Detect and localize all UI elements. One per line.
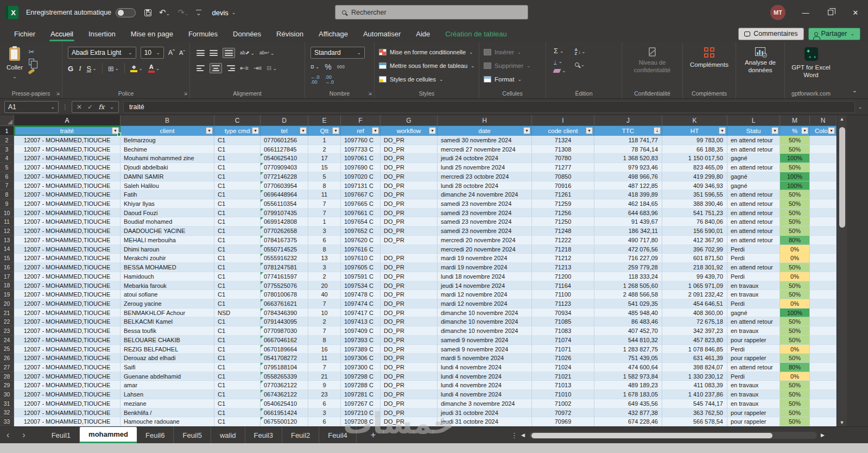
- cell[interactable]: 396 702,99: [662, 245, 727, 254]
- cell[interactable]: [381, 245, 438, 254]
- find-select-button[interactable]: ⌄: [575, 62, 586, 67]
- tab-donn-es[interactable]: Données: [225, 25, 269, 42]
- cell[interactable]: 487 122,85: [594, 181, 662, 191]
- thousands-format-icon[interactable]: 000: [337, 64, 345, 70]
- add-sheet-button[interactable]: +: [371, 430, 376, 440]
- row-header-8[interactable]: 8: [0, 190, 14, 199]
- font-name-select[interactable]: Abadi Extra Light⌄: [68, 47, 136, 59]
- cell[interactable]: mardi 12 novembre 2024: [438, 290, 532, 299]
- cell[interactable]: Mouhami mohammed zine: [121, 154, 214, 163]
- cell[interactable]: C1: [214, 399, 261, 408]
- orientation-icon[interactable]: ab⬈⌄: [240, 51, 255, 56]
- cell[interactable]: dimanche 10 novembre 2024: [438, 317, 532, 326]
- cell[interactable]: dimanche 10 novembre 2024: [438, 309, 532, 318]
- row-header-16[interactable]: 16: [0, 263, 14, 272]
- cell[interactable]: 0661951424: [261, 408, 308, 418]
- cell[interactable]: 1097288 C: [341, 381, 381, 390]
- cell[interactable]: 12007 - MOHAMMED,TIOUCHE: [14, 326, 121, 336]
- cell[interactable]: 50%: [780, 226, 810, 236]
- header-cell[interactable]: client▾: [121, 126, 214, 136]
- cell[interactable]: 66 188,35: [662, 145, 727, 154]
- cell[interactable]: DO_PR: [381, 209, 438, 218]
- cell[interactable]: 71083: [532, 326, 594, 336]
- bold-button[interactable]: G: [68, 65, 73, 73]
- cell[interactable]: 1097417 C: [341, 309, 381, 318]
- filter-button[interactable]: ▾: [586, 127, 593, 134]
- enter-icon[interactable]: ✓: [87, 103, 93, 111]
- cell[interactable]: 1097413 C: [341, 317, 381, 326]
- cell[interactable]: Benkhlifa /: [121, 408, 214, 418]
- header-cell[interactable]: workflow▾: [381, 126, 438, 136]
- cell[interactable]: mercredi 23 octobre 2024: [438, 172, 532, 181]
- cell[interactable]: [810, 172, 837, 181]
- row-header-22[interactable]: 22: [0, 317, 14, 326]
- column-header-E[interactable]: E: [308, 115, 341, 126]
- cell[interactable]: 0%: [780, 372, 810, 381]
- cell[interactable]: DO_PR: [381, 372, 438, 381]
- cell[interactable]: 1 678 183,05: [594, 390, 662, 399]
- cell[interactable]: 71164: [532, 281, 594, 291]
- cell[interactable]: mardi 19 novembre 2024: [438, 263, 532, 272]
- cell[interactable]: 71071: [532, 345, 594, 354]
- cell[interactable]: 1 065 971,09: [662, 281, 727, 291]
- cell[interactable]: 0541708272: [261, 354, 308, 363]
- cell[interactable]: lundi 4 novembre 2024: [438, 372, 532, 381]
- cell[interactable]: 71222: [532, 236, 594, 245]
- cell[interactable]: Perdi: [727, 254, 780, 263]
- cell[interactable]: [810, 417, 837, 426]
- cell[interactable]: BESSA MOHAMED: [121, 263, 214, 272]
- cell[interactable]: lundi 4 novembre 2024: [438, 363, 532, 372]
- cell[interactable]: BELOUARE CHAKIB: [121, 336, 214, 345]
- row-header-9[interactable]: 9: [0, 199, 14, 209]
- cell[interactable]: 6: [308, 236, 341, 245]
- cell[interactable]: 12007 - MOHAMMED,TIOUCHE: [14, 363, 121, 372]
- cell[interactable]: 1097393 C: [341, 336, 381, 345]
- cell[interactable]: 0%: [780, 245, 810, 254]
- row-header-6[interactable]: 6: [0, 172, 14, 181]
- cell[interactable]: 71308: [532, 145, 594, 154]
- align-left-icon[interactable]: [197, 65, 205, 71]
- cell[interactable]: [810, 136, 837, 145]
- cell[interactable]: 118 333,24: [594, 272, 662, 281]
- cell[interactable]: 432 877,38: [594, 408, 662, 418]
- cell[interactable]: 1 150 017,50: [662, 154, 727, 163]
- cell[interactable]: C1: [214, 390, 261, 399]
- filter-button[interactable]: ▾: [771, 127, 778, 134]
- fill-color-button[interactable]: ◆⌄: [130, 65, 143, 72]
- vertical-scroll-thumb[interactable]: [839, 127, 845, 228]
- cell[interactable]: DO_PR: [381, 190, 438, 199]
- filter-button[interactable]: ▾: [429, 127, 436, 134]
- header-cell[interactable]: type cmd▾: [214, 126, 261, 136]
- sheet-tab-feuil6[interactable]: Feuil6: [137, 427, 174, 443]
- cell[interactable]: 1097020 C: [341, 172, 381, 181]
- cell[interactable]: 100%: [780, 181, 810, 191]
- cell[interactable]: Belmarzoug: [121, 136, 214, 145]
- sheet-tab-feuil4[interactable]: Feuil4: [319, 427, 356, 443]
- filter-button[interactable]: ▾: [372, 127, 379, 134]
- conditional-formatting-button[interactable]: Mise en forme conditionnelle⌄: [375, 47, 479, 58]
- cell[interactable]: [810, 281, 837, 291]
- cell[interactable]: 0555916232: [261, 254, 308, 263]
- cell[interactable]: 12007 - MOHAMMED,TIOUCHE: [14, 254, 121, 263]
- cell[interactable]: DO_PR: [381, 281, 438, 291]
- column-header-A[interactable]: A: [14, 115, 121, 126]
- cell[interactable]: samedi 30 novembre 2024: [438, 136, 532, 145]
- cell[interactable]: [810, 326, 837, 336]
- cell[interactable]: C1: [214, 281, 261, 291]
- cell[interactable]: atoui sofiane: [121, 290, 214, 299]
- cell[interactable]: C1: [214, 254, 261, 263]
- cell[interactable]: 12007 - MOHAMMED,TIOUCHE: [14, 199, 121, 209]
- sheet-tab-feuil2[interactable]: Feuil2: [282, 427, 319, 443]
- cell[interactable]: 2: [308, 317, 341, 326]
- tab-r-vision[interactable]: Révision: [269, 25, 311, 42]
- align-right-icon[interactable]: [227, 65, 235, 71]
- cell[interactable]: 71200: [532, 272, 594, 281]
- cell[interactable]: 7: [308, 299, 341, 309]
- cell[interactable]: 566 578,54: [662, 417, 727, 426]
- cell[interactable]: C1: [214, 226, 261, 236]
- scroll-up-icon[interactable]: ▲: [837, 116, 847, 122]
- cell[interactable]: 1097665 C: [341, 199, 381, 209]
- cell[interactable]: 50%: [780, 290, 810, 299]
- cell[interactable]: Perdi: [727, 272, 780, 281]
- column-header-I[interactable]: I: [532, 115, 594, 126]
